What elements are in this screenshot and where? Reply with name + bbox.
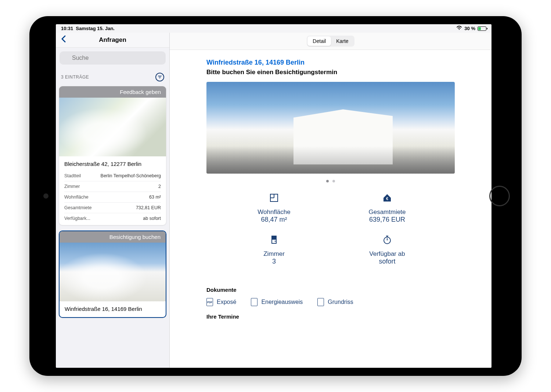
search-wrap [56, 48, 169, 67]
card-address: Bleicherstraße 42, 12277 Berlin [64, 161, 161, 167]
svg-rect-11 [272, 236, 276, 240]
card-row: Gesamtmiete732,81 EUR [64, 203, 161, 213]
filter-button[interactable] [155, 73, 164, 81]
svg-point-12 [275, 241, 276, 242]
sidebar-header: Anfragen [56, 33, 169, 48]
stat-label: Verfügbar ab [342, 250, 433, 258]
tab-detail[interactable]: Detail [307, 36, 331, 46]
stat-verfuegbar: Verfügbar ab sofort [342, 235, 433, 265]
card-banner: Feedback geben [59, 86, 166, 98]
cards-list[interactable]: Feedback geben Bleicherstraße 42, 12277 … [56, 86, 169, 368]
doc-energieausweis[interactable]: Energieausweis [251, 298, 303, 306]
detail-address: Winfriedstraße 16, 14169 Berlin [206, 59, 455, 66]
view-segment: Detail Karte [307, 36, 354, 47]
card-row: Zimmer2 [64, 181, 161, 192]
screen: 10:31 Samstag 15. Jan. 30 % Anfragen [56, 24, 491, 368]
stat-wohnflaeche: Wohnfläche 68,47 m² [228, 193, 320, 224]
status-time: 10:31 [61, 26, 73, 31]
hero-image[interactable] [206, 82, 455, 174]
card-content: Bleicherstraße 42, 12277 Berlin Stadttei… [59, 156, 166, 225]
stat-value: sofort [342, 258, 433, 265]
card-banner: Besichtigung buchen [60, 231, 166, 243]
detail-subtitle: Bitte buchen Sie einen Besichtigungsterm… [206, 69, 455, 76]
battery-percent: 30 % [464, 26, 475, 31]
detail-body[interactable]: Winfriedstraße 16, 14169 Berlin Bitte bu… [170, 50, 491, 368]
list-meta: 3 EINTRÄGE [56, 67, 169, 86]
doc-label: Energieausweis [261, 299, 303, 305]
status-right: 30 % [456, 26, 486, 31]
status-bar: 10:31 Samstag 15. Jan. 30 % [56, 24, 491, 33]
entries-count: 3 EINTRÄGE [61, 75, 89, 80]
listing-card[interactable]: Feedback geben Bleicherstraße 42, 12277 … [59, 86, 166, 225]
stat-label: Wohnfläche [228, 208, 320, 216]
card-content: Winfriedstraße 16, 14169 Berlin [60, 301, 166, 317]
appointments-title: Ihre Termine [206, 313, 455, 320]
detail-header: Detail Karte [170, 33, 491, 50]
status-date: Samstag 15. Jan. [76, 26, 115, 31]
sidebar-title: Anfragen [61, 36, 164, 44]
stopwatch-icon [342, 235, 433, 247]
app-body: Anfragen 3 EINTRÄGE [56, 33, 491, 368]
dot-active[interactable] [326, 180, 329, 182]
detail-pane: Detail Karte Winfriedstraße 16, 14169 Be… [170, 33, 491, 368]
card-row: Verfügbark...ab sofort [64, 213, 161, 224]
doc-expose[interactable]: PDF Exposé [206, 298, 236, 306]
doc-label: Exposé [217, 299, 236, 305]
listing-card-selected[interactable]: Besichtigung buchen Winfriedstraße 16, 1… [59, 231, 166, 318]
back-button[interactable] [61, 35, 66, 45]
documents-row: PDF Exposé Energieausweis Grundriss [206, 298, 455, 306]
floorplan-icon [228, 193, 320, 206]
stat-zimmer: Zimmer 3 [228, 235, 320, 265]
card-row: StadtteilBerlin Tempelhof-Schöneberg [64, 171, 161, 181]
tab-karte[interactable]: Karte [331, 36, 353, 46]
stat-value: 3 [228, 258, 320, 265]
house-euro-icon: € [342, 193, 433, 206]
doc-label: Grundriss [328, 299, 353, 305]
stat-gesamtmiete: € Gesamtmiete 639,76 EUR [342, 193, 433, 224]
pdf-icon: PDF [206, 298, 213, 306]
door-icon [228, 235, 320, 247]
doc-grundriss[interactable]: Grundriss [317, 298, 353, 306]
search-input[interactable] [60, 51, 166, 65]
stats-grid: Wohnfläche 68,47 m² € Gesamtmiete 639,76… [206, 193, 455, 280]
status-left: 10:31 Samstag 15. Jan. [61, 26, 115, 31]
document-icon [251, 298, 258, 306]
tablet-frame: 10:31 Samstag 15. Jan. 30 % Anfragen [29, 16, 522, 376]
card-image [60, 243, 166, 301]
image-pagination [206, 174, 455, 193]
card-image [59, 98, 166, 156]
svg-point-0 [459, 29, 460, 30]
stat-value: 639,76 EUR [342, 216, 433, 224]
battery-icon [478, 26, 486, 31]
stat-label: Gesamtmiete [342, 208, 433, 216]
svg-text:€: € [386, 197, 388, 201]
wifi-icon [456, 26, 462, 31]
card-address: Winfriedstraße 16, 14169 Berlin [65, 306, 161, 312]
card-row: Wohnfläche63 m² [64, 192, 161, 203]
stat-value: 68,47 m² [228, 216, 320, 224]
stat-label: Zimmer [228, 250, 320, 258]
sidebar: Anfragen 3 EINTRÄGE [56, 33, 170, 368]
document-icon [317, 298, 324, 306]
dot[interactable] [332, 180, 335, 182]
documents-title: Dokumente [206, 287, 455, 293]
